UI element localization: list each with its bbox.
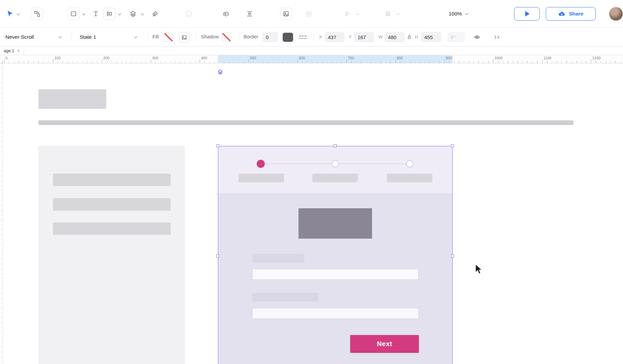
ruler-mark: 1200 <box>592 56 600 60</box>
rectangle-tool-dropdown[interactable] <box>81 11 86 17</box>
y-label: Y <box>349 34 352 39</box>
container-tool-button[interactable] <box>103 8 115 20</box>
text-line-placeholder <box>53 174 171 186</box>
rotation-field[interactable]: 0° <box>447 32 465 42</box>
step-label-placeholder <box>387 174 432 182</box>
interaction-flow-button[interactable] <box>31 8 43 20</box>
share-button[interactable]: Share <box>546 7 596 21</box>
border-width-field[interactable]: 0 <box>262 32 278 42</box>
form-section: Next <box>218 193 453 364</box>
container-tool-icon <box>106 10 113 17</box>
layers-tool-dropdown[interactable] <box>140 11 145 17</box>
h-field[interactable]: 455 <box>421 32 441 42</box>
selection-handle-top-center[interactable] <box>334 144 337 147</box>
fill-none-swatch[interactable] <box>164 33 173 42</box>
selection-handle-mid-right[interactable] <box>451 254 454 257</box>
ruler-mark: 0 <box>5 56 7 60</box>
divider <box>239 33 240 41</box>
header-placeholder-shape[interactable] <box>38 89 106 109</box>
lock-open-icon <box>407 34 412 40</box>
horizontal-ruler[interactable]: 0 100 200 300 400 500 600 700 800 900 10… <box>0 55 623 63</box>
container-tool-dropdown[interactable] <box>117 11 122 17</box>
image-fill-icon <box>181 34 187 40</box>
dash-style-button[interactable] <box>297 33 309 42</box>
tab-label: age 1 <box>4 49 14 53</box>
align-lines-button <box>341 8 353 20</box>
left-panel-shape[interactable] <box>38 146 185 364</box>
layers-tool-button[interactable] <box>127 8 139 20</box>
scroll-mode-value: Never Scroll <box>5 34 34 40</box>
field-label-placeholder <box>252 254 304 263</box>
text-line-placeholder <box>53 198 171 211</box>
distribute-button[interactable] <box>244 8 256 20</box>
flip-button[interactable] <box>220 8 232 20</box>
selection-handle-mid-left[interactable] <box>216 254 219 257</box>
shadow-none-swatch[interactable] <box>222 33 231 42</box>
more-properties-button[interactable] <box>492 34 501 40</box>
play-icon <box>525 11 530 17</box>
input-field-shape[interactable] <box>252 269 419 280</box>
properties-toolbar: Never Scroll State 1 Fill Shadow Border … <box>0 28 623 47</box>
next-button-shape[interactable]: Next <box>350 335 419 353</box>
aspect-lock-button[interactable] <box>406 33 413 41</box>
w-field[interactable]: 480 <box>385 32 405 42</box>
state-value: State 1 <box>80 34 96 40</box>
ruler-mark: 200 <box>103 56 109 60</box>
text-tool-button[interactable] <box>90 8 102 20</box>
rectangle-tool-icon <box>70 10 77 17</box>
chevron-down-icon <box>141 12 144 16</box>
step-label-placeholder <box>238 174 284 182</box>
mouse-cursor-icon <box>475 264 484 274</box>
image-placeholder-shape[interactable] <box>299 208 372 239</box>
cursor-tool-icon <box>6 10 14 18</box>
selected-component[interactable]: Next <box>218 146 453 364</box>
x-field[interactable]: 437 <box>324 32 345 42</box>
columns-icon <box>385 10 391 17</box>
visibility-button[interactable] <box>472 33 482 41</box>
stepper-section <box>218 146 453 193</box>
canvas[interactable]: Next <box>0 63 623 364</box>
border-color-swatch[interactable] <box>283 33 293 42</box>
rectangle-tool-button[interactable] <box>67 8 80 20</box>
close-icon[interactable]: × <box>17 48 20 53</box>
tab-page-1[interactable]: age 1 × <box>0 47 24 55</box>
app-window: 100% Share Never Scroll State 1 Fill <box>0 0 623 364</box>
component-badge-icon[interactable] <box>217 69 223 75</box>
image-tool-button[interactable] <box>280 8 292 20</box>
chevron-down-icon <box>82 12 85 16</box>
pen-tool-button[interactable] <box>149 8 161 20</box>
cloud-upload-icon <box>558 10 566 18</box>
state-select[interactable]: State 1 <box>77 32 140 42</box>
h-label: H <box>415 34 418 39</box>
scroll-mode-select[interactable]: Never Scroll <box>3 32 64 42</box>
chevron-right-icon <box>496 35 500 39</box>
x-label: X <box>319 34 322 39</box>
divider-bar-shape[interactable] <box>38 120 573 125</box>
image-fill-button[interactable] <box>179 32 190 42</box>
selection-handle-top-left[interactable] <box>216 144 219 147</box>
stepper-dot <box>332 160 339 168</box>
shadow-label: Shadow <box>201 34 219 39</box>
selection-handle-top-right[interactable] <box>451 144 454 147</box>
cursor-tool-button[interactable] <box>4 8 16 20</box>
y-field[interactable]: 167 <box>354 32 374 42</box>
fill-label: Fill <box>152 34 159 39</box>
preview-button[interactable] <box>514 7 540 21</box>
vertical-ruler[interactable] <box>0 63 3 364</box>
eye-icon <box>473 34 481 40</box>
ruler-mark: 1000 <box>494 56 503 60</box>
cursor-tool-dropdown[interactable] <box>16 11 21 17</box>
ruler-mark: 1100 <box>543 56 551 60</box>
avatar[interactable] <box>609 7 623 21</box>
ruler-mark: 100 <box>54 56 60 60</box>
zoom-select[interactable]: 100% <box>449 8 468 20</box>
chevron-down-icon <box>59 35 62 38</box>
stepper-dot <box>406 160 414 168</box>
columns-dropdown <box>395 11 401 17</box>
flip-icon <box>223 10 229 17</box>
ruler-mark: 400 <box>201 56 207 60</box>
chevron-down-icon <box>465 12 468 15</box>
chevron-down-icon <box>134 35 138 38</box>
ruler-selection-highlight <box>218 55 453 63</box>
input-field-shape[interactable] <box>252 308 419 319</box>
